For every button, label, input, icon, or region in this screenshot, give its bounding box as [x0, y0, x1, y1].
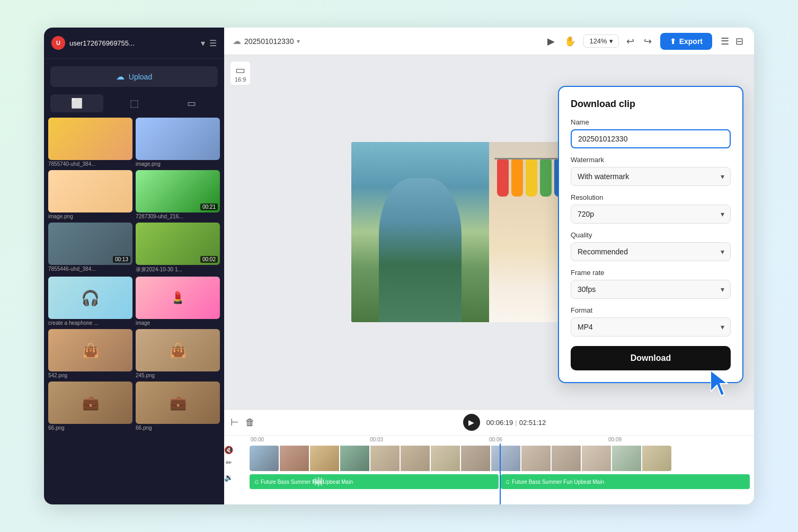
- time-separator: |: [515, 419, 517, 427]
- timeline-ruler: 00:00 00:03 00:06 00:09: [224, 436, 754, 444]
- audio-track-2-label: Future Bass Summer Fun Upbeat Main: [512, 479, 604, 485]
- resolution-select[interactable]: 720p 1080p 4K: [571, 205, 731, 224]
- trim-tool-button[interactable]: ⊢: [230, 416, 239, 428]
- media-label: 录屏2024-10-30 1...: [136, 266, 220, 273]
- quality-select[interactable]: Recommended High Medium Low: [571, 242, 731, 261]
- current-time: 00:06:19: [486, 419, 513, 427]
- zoom-level: 124%: [589, 37, 607, 45]
- media-label: 245.png: [136, 373, 220, 378]
- list-item: 00:21 7287309-uhd_216...: [136, 170, 220, 219]
- layout-list-button[interactable]: ☰: [719, 33, 731, 49]
- media-thumbnail[interactable]: 00:02: [136, 223, 220, 265]
- list-item: 00:02 录屏2024-10-30 1...: [136, 223, 220, 273]
- list-item: 💄 image: [136, 277, 220, 326]
- list-item: image.png: [136, 118, 220, 167]
- quality-field-label: Quality: [571, 231, 731, 239]
- ruler-mark-0: 00:00: [251, 437, 370, 442]
- timeline-tracks: 🔇 ✏ 🔉: [224, 444, 754, 504]
- redo-button[interactable]: ↪: [642, 33, 654, 49]
- timeline-controls: ⊢ 🗑 ▶ 00:06:19 | 02:51:12: [224, 410, 754, 436]
- user-name: user172676969755...: [69, 39, 197, 47]
- layout-split-button[interactable]: ⊟: [733, 33, 746, 49]
- aspect-ratio-label: 16:9: [235, 76, 246, 83]
- device-tabs: ⬜ ⬚ ▭: [44, 94, 224, 112]
- media-thumbnail[interactable]: 🎧: [48, 277, 132, 319]
- media-thumbnail[interactable]: 💼: [48, 382, 132, 424]
- name-field-label: Name: [571, 118, 731, 126]
- export-button[interactable]: ⬆ Export: [660, 33, 712, 50]
- media-label: 7855740-uhd_384...: [48, 161, 132, 167]
- audio-settings-button[interactable]: ✏: [224, 458, 233, 467]
- list-item: 00:13 7855446-uhd_384...: [48, 223, 132, 273]
- chevron-down-icon[interactable]: ▾: [201, 38, 205, 48]
- media-thumbnail[interactable]: [48, 170, 132, 212]
- upload-icon: ☁: [116, 72, 125, 82]
- device-tab-desktop[interactable]: ▭: [165, 94, 218, 112]
- media-thumbnail[interactable]: 💼: [136, 382, 220, 424]
- upload-button[interactable]: ☁ Upload: [50, 66, 218, 87]
- framerate-select-wrapper: 24fps 30fps 60fps ▾: [571, 280, 731, 299]
- media-grid: 7855740-uhd_384... image.png image.png 0…: [44, 118, 224, 504]
- device-tab-laptop[interactable]: ⬚: [108, 94, 161, 112]
- undo-button[interactable]: ↩: [624, 33, 636, 49]
- playhead[interactable]: [500, 444, 501, 504]
- upload-label: Upload: [129, 73, 152, 81]
- project-name-label: 202501012330: [244, 37, 294, 46]
- pointer-tool-button[interactable]: ▶: [545, 33, 557, 49]
- top-bar: ☁ 202501012330 ▾ ▶ ✋ 124% ▾ ↩ ↪ ⬆ Export: [224, 28, 754, 55]
- framerate-field-label: Frame rate: [571, 269, 731, 277]
- toolbar-tools: ▶ ✋ 124% ▾ ↩ ↪: [545, 33, 653, 49]
- watermark-select[interactable]: With watermark Without watermark: [571, 167, 731, 186]
- zoom-chevron-icon: ▾: [609, 37, 613, 45]
- format-select[interactable]: MP4 MOV AVI: [571, 317, 731, 336]
- resolution-field-label: Resolution: [571, 193, 731, 201]
- aspect-ratio-icon: ▭: [235, 64, 245, 76]
- aspect-ratio-badge: ▭ 16:9: [230, 61, 250, 85]
- user-avatar: U: [51, 36, 65, 50]
- media-label: image.png: [48, 214, 132, 219]
- play-button[interactable]: ▶: [463, 414, 480, 431]
- media-label: image: [136, 320, 220, 326]
- download-button[interactable]: Download: [571, 346, 731, 370]
- watermark-field-label: Watermark: [571, 156, 731, 164]
- format-field-label: Format: [571, 306, 731, 314]
- delete-clip-button[interactable]: 🗑: [245, 417, 255, 428]
- cloud-icon: ☁: [233, 36, 241, 46]
- name-input[interactable]: [571, 129, 731, 148]
- sidebar: U user172676969755... ▾ ☰ ☁ Upload ⬜ ⬚ ▭…: [44, 28, 224, 504]
- sidebar-header: U user172676969755... ▾ ☰: [44, 28, 224, 59]
- export-label: Export: [679, 37, 703, 46]
- framerate-select[interactable]: 24fps 30fps 60fps: [571, 280, 731, 299]
- media-label: 542.png: [48, 373, 132, 378]
- media-label: 7287309-uhd_216...: [136, 214, 220, 219]
- zoom-control[interactable]: 124% ▾: [583, 34, 618, 48]
- media-thumbnail[interactable]: 💄: [136, 277, 220, 319]
- download-dialog: Download clip Name Watermark With waterm…: [558, 86, 743, 383]
- list-item: 💼 66.png: [136, 382, 220, 431]
- total-time: 02:51:12: [519, 419, 546, 427]
- ruler-mark-3: 00:09: [608, 437, 728, 442]
- list-item: 👜 245.png: [136, 329, 220, 378]
- media-thumbnail[interactable]: 👜: [136, 329, 220, 371]
- media-thumbnail[interactable]: [136, 118, 220, 160]
- volume-button[interactable]: 🔇: [224, 446, 233, 454]
- media-thumbnail[interactable]: 00:21: [136, 170, 220, 212]
- format-select-wrapper: MP4 MOV AVI ▾: [571, 317, 731, 336]
- media-thumbnail[interactable]: 00:13: [48, 223, 132, 265]
- media-duration: 00:02: [200, 256, 218, 263]
- mute-audio-button[interactable]: 🔉: [224, 473, 233, 482]
- list-item: 🎧 create a heaphone ...: [48, 277, 132, 326]
- dialog-title: Download clip: [571, 99, 731, 110]
- media-thumbnail[interactable]: 👜: [48, 329, 132, 371]
- menu-icon[interactable]: ☰: [209, 38, 217, 48]
- time-display: 00:06:19 | 02:51:12: [486, 419, 546, 427]
- watermark-select-wrapper: With watermark Without watermark ▾: [571, 167, 731, 186]
- media-thumbnail[interactable]: [48, 118, 132, 160]
- media-label: create a heaphone ...: [48, 320, 132, 326]
- audio-icon: ♫: [254, 478, 259, 485]
- project-name[interactable]: ☁ 202501012330 ▾: [233, 36, 300, 46]
- list-item: 👜 542.png: [48, 329, 132, 378]
- ruler-mark-1: 00:03: [370, 437, 489, 442]
- device-tab-mobile[interactable]: ⬜: [50, 94, 103, 112]
- hand-tool-button[interactable]: ✋: [562, 33, 578, 49]
